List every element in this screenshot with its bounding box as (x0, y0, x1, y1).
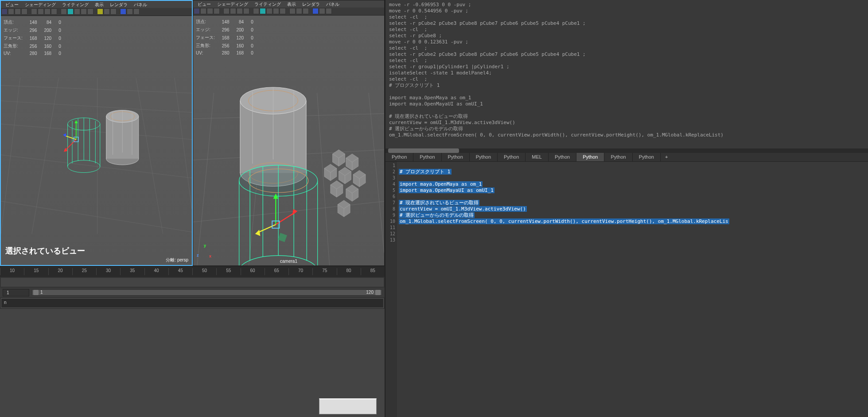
range-start-thumb[interactable] (33, 290, 39, 295)
shadows-icon[interactable] (87, 8, 93, 15)
time-slider-track[interactable] (1, 278, 384, 287)
menu-panels[interactable]: パネル (131, 1, 150, 8)
tab-python[interactable]: Python (633, 153, 661, 161)
isolate-select-icon[interactable] (289, 8, 296, 14)
scrollbar-thumb[interactable] (388, 148, 459, 153)
tab-add-button[interactable]: + (661, 153, 672, 161)
xray-joints-icon[interactable] (110, 8, 117, 15)
select-camera-icon[interactable] (1, 8, 8, 15)
svg-marker-33 (63, 133, 66, 137)
textured-icon[interactable] (266, 8, 272, 14)
resolution-gate-icon[interactable] (243, 8, 249, 14)
xray-icon[interactable] (296, 8, 302, 14)
time-tick[interactable]: 20 (48, 268, 72, 275)
time-tick[interactable]: 80 (337, 268, 361, 275)
time-tick[interactable]: 60 (241, 268, 265, 275)
select-camera-icon[interactable] (194, 8, 200, 14)
time-tick[interactable]: 70 (288, 268, 312, 275)
menu-lighting[interactable]: ライティング (252, 0, 284, 8)
time-tick[interactable]: 45 (168, 268, 192, 275)
viewport-canvas-persp[interactable]: 頂点:148840 エッジ:2962000 フェース:1681200 三角形:2… (1, 16, 192, 265)
time-tick[interactable]: 25 (72, 268, 96, 275)
textured-icon[interactable] (74, 8, 80, 15)
viewport-persp[interactable]: ビュー シェーディング ライティング 表示 レンダラ パネル (0, 0, 193, 266)
time-tick[interactable]: 35 (120, 268, 144, 275)
menu-renderer[interactable]: レンダラ (107, 1, 130, 8)
film-gate-icon[interactable] (38, 8, 44, 15)
image-plane-icon[interactable] (21, 8, 27, 15)
tab-mel[interactable]: MEL (525, 153, 549, 161)
isolate-select-icon[interactable] (97, 8, 103, 15)
time-tick[interactable]: 40 (144, 268, 168, 275)
film-gate-icon[interactable] (230, 8, 236, 14)
range-end-thumb[interactable] (375, 290, 381, 295)
time-tick[interactable]: 10 (0, 268, 24, 275)
tab-python[interactable]: Python (413, 153, 441, 161)
menu-panels[interactable]: パネル (323, 0, 342, 8)
menu-show[interactable]: 表示 (284, 0, 299, 8)
xray-icon[interactable] (104, 8, 110, 15)
xray-joints-icon[interactable] (303, 8, 309, 14)
gate-mask-icon[interactable] (44, 8, 51, 15)
tab-python-active[interactable]: Python (576, 153, 604, 161)
view-overlay-label: 選択されているビュー (5, 246, 85, 256)
tab-python[interactable]: Python (498, 153, 525, 161)
time-tick[interactable]: 15 (24, 268, 48, 275)
camera-settings-icon[interactable] (8, 8, 14, 15)
grid-icon[interactable] (223, 8, 230, 14)
shadows-icon[interactable] (280, 8, 286, 14)
script-editor[interactable]: 123 456 789 101112 13 # ブログスクリプト 1 impor… (385, 162, 868, 417)
start-frame-input[interactable]: 1 (3, 289, 29, 296)
menu-shading[interactable]: シェーディング (22, 1, 58, 8)
time-tick[interactable]: 85 (361, 268, 385, 275)
gate-mask-icon[interactable] (237, 8, 243, 14)
command-line-input[interactable]: n (1, 298, 384, 308)
time-tick[interactable]: 30 (96, 268, 120, 275)
view-transform-icon[interactable] (133, 8, 140, 15)
script-output-scrollbar[interactable] (385, 148, 868, 153)
menu-shading[interactable]: シェーディング (214, 0, 251, 8)
menu-show[interactable]: 表示 (92, 1, 106, 8)
smooth-shade-icon[interactable] (260, 8, 266, 14)
menu-lighting[interactable]: ライティング (59, 1, 91, 8)
viewport-camera1[interactable]: ビュー シェーディング ライティング 表示 レンダラ パネル (193, 0, 385, 266)
tab-python[interactable]: Python (442, 153, 470, 161)
camera-settings-icon[interactable] (200, 8, 206, 14)
time-tick[interactable]: 55 (216, 268, 240, 275)
bookmark-icon[interactable] (207, 8, 213, 14)
time-ruler[interactable]: 10 15 20 25 30 35 40 45 50 55 60 65 70 7… (0, 266, 385, 277)
tab-python[interactable]: Python (604, 153, 632, 161)
time-tick[interactable]: 75 (312, 268, 336, 275)
script-output[interactable]: move -r -0.696953 0 0 -puv ; move -r 0 0… (385, 0, 868, 148)
image-plane-icon[interactable] (214, 8, 220, 14)
tab-python[interactable]: Python (470, 153, 498, 161)
menu-renderer[interactable]: レンダラ (300, 0, 323, 8)
gamma-icon[interactable] (319, 8, 325, 14)
gamma-icon[interactable] (127, 8, 133, 15)
viewport-menu: ビュー シェーディング ライティング 表示 レンダラ パネル (193, 0, 384, 8)
time-tick[interactable]: 65 (265, 268, 288, 275)
resolution-gate-icon[interactable] (51, 8, 57, 15)
svg-line-2 (1, 124, 192, 140)
time-tick[interactable]: 50 (192, 268, 216, 275)
range-slider[interactable]: 1 120 (32, 289, 382, 296)
exposure-icon[interactable] (312, 8, 319, 14)
view-transform-icon[interactable] (326, 8, 332, 14)
menu-view[interactable]: ビュー (3, 1, 21, 8)
code-text[interactable]: # ブログスクリプト 1 import maya.OpenMaya as om_… (397, 162, 868, 417)
taskbar-thumbnail[interactable] (319, 398, 377, 414)
bookmark-icon[interactable] (15, 8, 21, 15)
grid-icon[interactable] (31, 8, 37, 15)
use-all-lights-icon[interactable] (273, 8, 279, 14)
menu-view[interactable]: ビュー (195, 0, 214, 8)
wireframe-icon[interactable] (61, 8, 67, 15)
use-all-lights-icon[interactable] (81, 8, 87, 15)
tab-python[interactable]: Python (385, 153, 413, 161)
wireframe-icon[interactable] (253, 8, 259, 14)
tab-python[interactable]: Python (549, 153, 576, 161)
smooth-shade-icon[interactable] (67, 8, 74, 15)
svg-line-5 (1, 78, 20, 234)
svg-rect-70 (278, 233, 287, 242)
viewport-canvas-camera1[interactable]: 頂点:148840 エッジ:2962000 フェース:1681200 三角形:2… (193, 16, 384, 265)
exposure-icon[interactable] (120, 8, 126, 15)
